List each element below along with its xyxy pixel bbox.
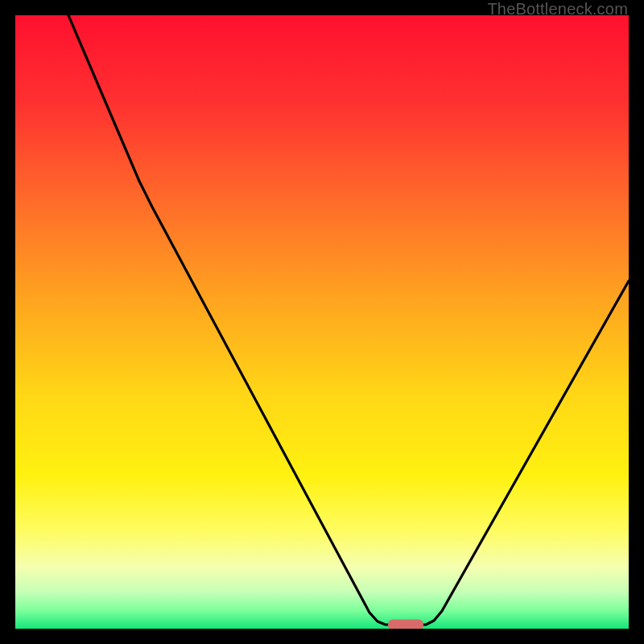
- chart-frame: [15, 15, 629, 629]
- optimal-marker: [388, 620, 423, 630]
- bottleneck-chart: [15, 15, 629, 629]
